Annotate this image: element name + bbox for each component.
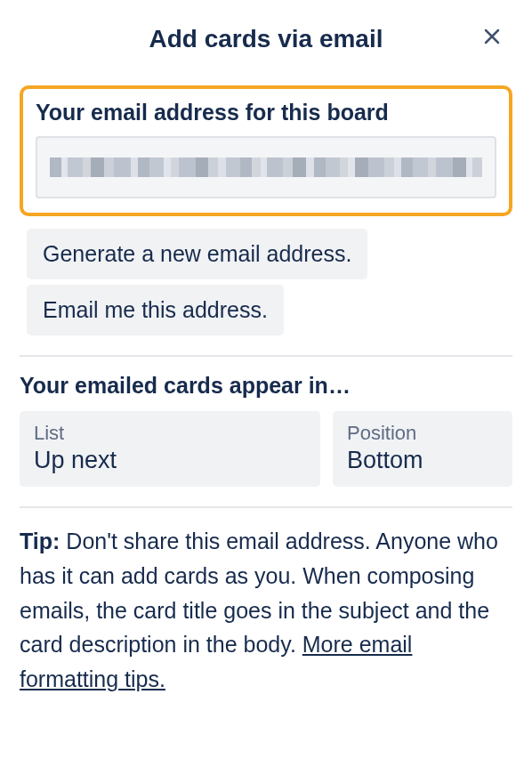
destination-selectors: List Up next Position Bottom xyxy=(20,411,512,487)
board-email-input[interactable] xyxy=(36,136,496,198)
close-icon xyxy=(481,26,503,47)
redacted-email-value xyxy=(50,138,482,197)
close-button[interactable] xyxy=(477,21,507,52)
tip-label: Tip: xyxy=(20,529,60,553)
email-section-label: Your email address for this board xyxy=(36,100,496,125)
position-selector-value: Bottom xyxy=(347,447,498,474)
divider xyxy=(20,506,512,508)
position-selector[interactable]: Position Bottom xyxy=(333,411,512,487)
destination-section: Your emailed cards appear in… List Up ne… xyxy=(20,373,512,487)
list-selector[interactable]: List Up next xyxy=(20,411,320,487)
generate-new-address-button[interactable]: Generate a new email address. xyxy=(27,229,367,279)
email-me-address-button[interactable]: Email me this address. xyxy=(27,285,284,335)
list-selector-label: List xyxy=(34,422,306,445)
divider xyxy=(20,355,512,357)
destination-header: Your emailed cards appear in… xyxy=(20,373,512,399)
position-selector-label: Position xyxy=(347,422,498,445)
tip-paragraph: Tip: Don't share this email address. Any… xyxy=(20,524,512,697)
add-cards-via-email-dialog: Add cards via email Your email address f… xyxy=(0,0,532,697)
dialog-header: Add cards via email xyxy=(20,20,512,59)
email-actions: Generate a new email address. Email me t… xyxy=(20,223,512,335)
list-selector-value: Up next xyxy=(34,447,306,474)
tip-body: Don't share this email address. Anyone w… xyxy=(20,529,498,657)
dialog-title: Add cards via email xyxy=(149,25,383,53)
email-highlight-box: Your email address for this board xyxy=(20,85,512,216)
